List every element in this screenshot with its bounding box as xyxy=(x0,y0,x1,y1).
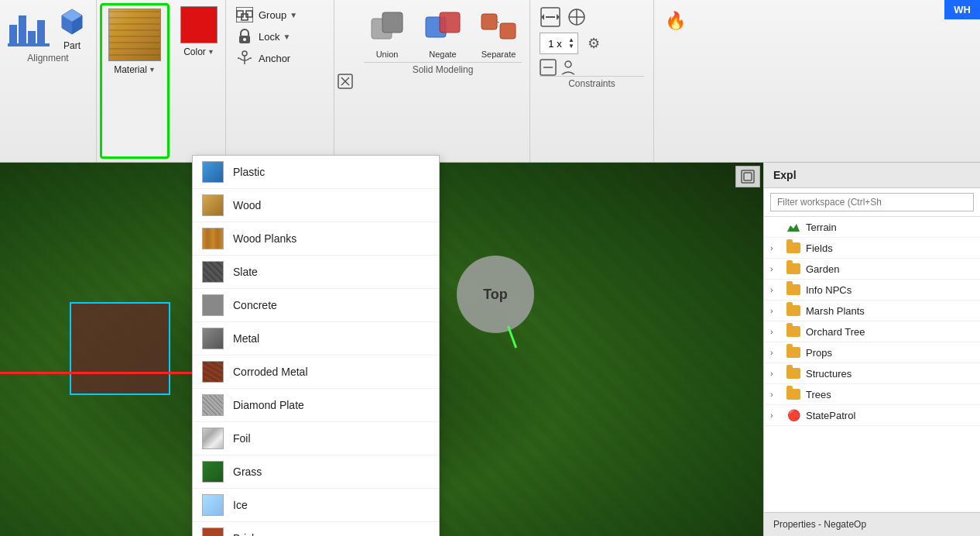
tree-item-trees[interactable]: › Trees xyxy=(764,384,980,405)
constraints-label: Constraints xyxy=(540,76,644,91)
anchor-icon xyxy=(235,50,254,67)
group-button[interactable]: Group ▼ xyxy=(235,6,324,23)
terrain-icon xyxy=(786,221,801,233)
alignment-section: Part Alignment xyxy=(0,0,97,162)
svg-rect-4 xyxy=(8,43,50,46)
properties-label: Properties - NegateOp xyxy=(764,512,980,536)
orchard-tree-chevron: › xyxy=(770,327,783,336)
concrete-label: Concrete xyxy=(233,299,277,311)
structures-folder-icon xyxy=(786,367,801,380)
ice-label: Ice xyxy=(233,499,248,511)
state-patrol-icon: 🔴 xyxy=(786,409,801,421)
diamond-plate-label: Diamond Plate xyxy=(233,399,304,411)
material-item-concrete[interactable]: Concrete xyxy=(193,289,439,322)
anchor-label: Anchor xyxy=(259,53,290,64)
gear-icon-button[interactable]: ⚙ xyxy=(583,33,605,54)
material-item-ice[interactable]: Ice xyxy=(193,489,439,522)
state-patrol-chevron: › xyxy=(770,411,783,420)
connector-icon-section xyxy=(334,0,356,162)
material-label: Material ▼ xyxy=(114,64,156,75)
svg-point-38 xyxy=(565,61,571,67)
constraint-icon-2 xyxy=(566,6,588,28)
constraint-icon-1 xyxy=(540,6,561,28)
explorer-header: Expl xyxy=(764,163,980,188)
material-item-corroded-metal[interactable]: Corroded Metal xyxy=(193,356,439,389)
svg-point-14 xyxy=(243,38,246,41)
garden-label: Garden xyxy=(806,263,839,275)
wood-planks-swatch xyxy=(202,228,224,249)
tree-item-marsh-plants[interactable]: › Marsh Plants xyxy=(764,301,980,321)
svg-line-28 xyxy=(497,22,500,23)
solid-modeling-label: Solid Modeling xyxy=(364,62,522,77)
tree-item-info-npcs[interactable]: › Info NPCs xyxy=(764,280,980,301)
tree-item-garden[interactable]: › Garden xyxy=(764,259,980,280)
garden-chevron: › xyxy=(770,264,783,273)
viewport-topbar xyxy=(732,163,763,191)
group-label: Group xyxy=(259,9,286,21)
fields-chevron: › xyxy=(770,243,783,253)
ice-swatch xyxy=(202,494,224,516)
material-item-brick[interactable]: Brick xyxy=(193,522,439,536)
svg-rect-1 xyxy=(19,15,26,43)
filter-input[interactable] xyxy=(770,193,974,211)
tree-item-props[interactable]: › Props xyxy=(764,342,980,363)
terrain-label: Terrain xyxy=(806,222,837,233)
wh-button[interactable]: WH xyxy=(944,0,980,19)
color-section[interactable]: Color ▼ xyxy=(173,0,226,162)
material-item-wood[interactable]: Wood xyxy=(193,189,439,222)
svg-rect-3 xyxy=(37,20,45,43)
spinner-arrows[interactable]: ▲ ▼ xyxy=(568,37,574,50)
material-section[interactable]: Material ▼ xyxy=(100,3,170,159)
structures-chevron: › xyxy=(770,369,783,378)
tree-list: Terrain › Fields › Garden › xyxy=(764,217,980,512)
selected-object xyxy=(70,302,170,395)
red-line xyxy=(0,372,194,374)
material-icon xyxy=(108,9,161,61)
material-item-wood-planks[interactable]: Wood Planks xyxy=(193,222,439,256)
negate-button[interactable]: Negate xyxy=(420,6,466,59)
constraints-section: 1 x ▲ ▼ ⚙ xyxy=(530,0,654,162)
tree-item-fields[interactable]: › Fields xyxy=(764,238,980,259)
props-folder-icon xyxy=(786,346,801,359)
tree-item-orchard-tree[interactable]: › Orchard Tree xyxy=(764,321,980,342)
spinner[interactable]: 1 x ▲ ▼ xyxy=(540,33,578,54)
negate-label: Negate xyxy=(429,50,456,59)
material-item-slate[interactable]: Slate xyxy=(193,256,439,289)
negate-icon xyxy=(423,6,463,46)
fire-icon-button[interactable]: 🔥 xyxy=(660,6,690,36)
explorer-panel: Expl Terrain › Fields xyxy=(763,163,980,536)
orchard-tree-folder-icon xyxy=(786,325,801,338)
connector-icon xyxy=(338,74,353,89)
slate-swatch xyxy=(202,261,224,283)
trees-folder-icon xyxy=(786,388,801,400)
viewport-btn-frames[interactable] xyxy=(735,166,760,187)
material-item-grass[interactable]: Grass xyxy=(193,455,439,489)
separate-label: Separate xyxy=(481,50,516,59)
plastic-swatch xyxy=(202,161,224,183)
lock-label: Lock xyxy=(259,31,279,43)
tree-item-state-patrol[interactable]: › 🔴 StatePatrol xyxy=(764,405,980,426)
tree-item-terrain[interactable]: Terrain xyxy=(764,217,980,238)
separate-button[interactable]: Separate xyxy=(475,6,522,59)
main-content: Top Expl xyxy=(0,163,980,536)
lock-button[interactable]: Lock ▼ xyxy=(235,28,324,45)
props-label: Props xyxy=(806,347,832,359)
svg-rect-26 xyxy=(481,14,497,29)
spinner-value: 1 x xyxy=(543,38,567,50)
grass-label: Grass xyxy=(233,466,262,478)
union-button[interactable]: Union xyxy=(364,6,410,59)
brick-label: Brick xyxy=(233,532,257,536)
material-item-foil[interactable]: Foil xyxy=(193,422,439,455)
svg-rect-25 xyxy=(440,12,460,33)
fields-folder-icon xyxy=(786,242,801,254)
anchor-button[interactable]: Anchor xyxy=(235,50,324,67)
material-item-plastic[interactable]: Plastic xyxy=(193,156,439,189)
part-button[interactable]: Part xyxy=(56,6,88,51)
svg-rect-40 xyxy=(744,173,752,180)
tree-item-structures[interactable]: › Structures xyxy=(764,363,980,384)
fields-label: Fields xyxy=(806,242,833,254)
material-item-metal[interactable]: Metal xyxy=(193,322,439,356)
material-item-diamond-plate[interactable]: Diamond Plate xyxy=(193,389,439,422)
group-icon xyxy=(235,6,254,23)
spinner-down[interactable]: ▼ xyxy=(568,43,574,50)
